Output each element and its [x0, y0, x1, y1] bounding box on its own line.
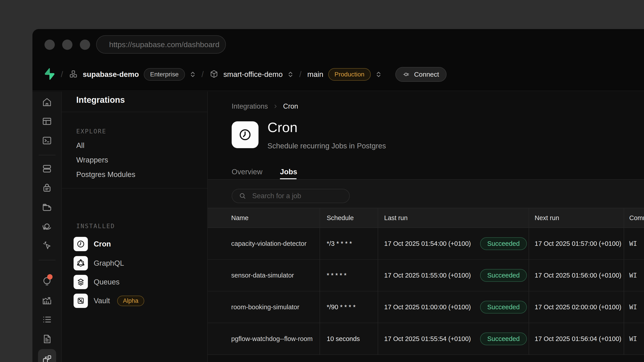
window-control-dot[interactable]: [80, 39, 90, 50]
job-schedule: */90 * * * *: [327, 291, 356, 323]
branch-name[interactable]: main: [307, 70, 323, 79]
job-name: capacity-violation-detector: [231, 228, 318, 259]
table-row[interactable]: capacity-violation-detector */3 * * * * …: [208, 228, 644, 260]
cron-app-icon: [232, 121, 258, 148]
table-editor-icon[interactable]: [42, 116, 52, 127]
column-header-command[interactable]: Command: [629, 208, 644, 228]
job-schedule: 10 seconds: [327, 323, 360, 355]
column-header-schedule[interactable]: Schedule: [327, 208, 354, 228]
breadcrumb-cron: Cron: [283, 102, 298, 110]
nav-rail: [32, 92, 62, 362]
graphql-icon: [74, 256, 88, 270]
breadcrumb: Integrations Cron: [232, 102, 298, 110]
api-docs-icon[interactable]: [42, 334, 52, 344]
column-divider: [624, 208, 624, 355]
installed-item-vault[interactable]: Vault Alpha: [74, 294, 144, 308]
tab-jobs[interactable]: Jobs: [280, 168, 297, 176]
column-divider: [378, 208, 378, 355]
panel-title: Integrations: [76, 95, 125, 105]
job-command: WI: [629, 260, 637, 291]
project-icon: [210, 69, 218, 79]
page-title: Cron: [268, 119, 298, 135]
org-name[interactable]: supabase-demo: [83, 70, 139, 79]
panel-divider: [62, 188, 207, 189]
branch-switcher-icon[interactable]: [376, 71, 382, 78]
address-bar[interactable]: https://supabase.com/dashboard: [96, 35, 226, 54]
integrations-panel: Integrations EXPLORE All Wrappers Postgr…: [62, 92, 208, 362]
project-switcher-icon[interactable]: [288, 71, 294, 78]
project-name[interactable]: smart-office-demo: [224, 70, 283, 79]
table-row[interactable]: sensor-data-simulator * * * * * 17 Oct 2…: [208, 260, 644, 291]
advisors-notification-dot: [47, 274, 52, 280]
column-header-last-run[interactable]: Last run: [384, 208, 408, 228]
job-schedule: */3 * * * *: [327, 228, 352, 259]
job-last-run: 17 Oct 2025 01:00:00 (+0100): [384, 291, 471, 323]
column-divider: [320, 208, 320, 355]
supabase-logo-icon[interactable]: [44, 68, 55, 81]
sql-editor-icon[interactable]: [42, 135, 52, 146]
search-input[interactable]: [252, 192, 337, 200]
window-control-dot[interactable]: [62, 39, 72, 50]
job-next-run: 17 Oct 2025 01:56:04 (+0100): [535, 323, 622, 355]
table-row[interactable]: pgflow-watchdog--flow-room 10 seconds 17…: [208, 323, 644, 355]
explore-item-all[interactable]: All: [76, 141, 84, 150]
logs-icon[interactable]: [42, 314, 52, 325]
table-header: Name Schedule Last run Next run Command: [208, 208, 644, 228]
tab-overview[interactable]: Overview: [232, 168, 262, 176]
job-command: WI: [629, 228, 637, 259]
status-badge: Succeeded: [480, 333, 527, 345]
connect-label: Connect: [414, 71, 439, 78]
column-header-name[interactable]: Name: [231, 208, 248, 228]
job-name: room-booking-simulator: [231, 291, 318, 323]
main-content: Integrations Cron Cron Schedule recurrin…: [208, 92, 644, 362]
job-next-run: 17 Oct 2025 01:57:00 (+0100): [535, 228, 622, 259]
job-last-run: 17 Oct 2025 01:54:00 (+0100): [384, 228, 471, 259]
breadcrumb-separator: /: [298, 70, 302, 79]
realtime-icon[interactable]: [42, 240, 52, 251]
job-name: sensor-data-simulator: [231, 260, 318, 291]
storage-icon[interactable]: [42, 202, 52, 213]
clock-icon: [74, 237, 88, 251]
rail-divider: [39, 155, 56, 155]
connect-button[interactable]: Connect: [395, 67, 447, 82]
chevron-right-icon: [273, 104, 278, 109]
organization-icon: [69, 69, 78, 79]
authentication-icon[interactable]: [42, 183, 52, 193]
breadcrumb-separator: /: [60, 70, 64, 79]
branch-env-badge: Production: [328, 68, 371, 81]
url-text: https://supabase.com/dashboard: [109, 40, 219, 49]
window-control-dot[interactable]: [44, 39, 55, 50]
rail-divider: [39, 260, 56, 260]
integrations-rail-highlight[interactable]: [38, 349, 56, 362]
column-header-next-run[interactable]: Next run: [535, 208, 559, 228]
installed-item-graphql[interactable]: GraphQL: [74, 256, 124, 270]
explore-item-postgres-modules[interactable]: Postgres Modules: [76, 170, 135, 179]
installed-section-label: INSTALLED: [76, 223, 115, 230]
integrations-icon: [42, 354, 52, 362]
breadcrumb-integrations[interactable]: Integrations: [232, 102, 268, 110]
job-command: WI: [629, 291, 637, 323]
table-row[interactable]: room-booking-simulator */90 * * * * 17 O…: [208, 291, 644, 323]
edge-functions-icon[interactable]: [42, 221, 52, 232]
browser-window: https://supabase.com/dashboard / supabas…: [32, 29, 644, 362]
page-subtitle: Schedule recurring Jobs in Postgres: [268, 142, 386, 150]
search-icon: [239, 192, 246, 200]
installed-item-queues[interactable]: Queues: [74, 275, 120, 289]
plug-icon: [403, 71, 410, 78]
installed-item-cron[interactable]: Cron: [74, 237, 111, 251]
vault-alpha-badge: Alpha: [117, 296, 144, 306]
explore-item-wrappers[interactable]: Wrappers: [76, 156, 108, 164]
layers-icon: [74, 275, 88, 289]
org-switcher-icon[interactable]: [190, 71, 196, 78]
column-divider: [528, 208, 529, 355]
vault-icon: [74, 294, 88, 308]
job-next-run: 17 Oct 2025 02:00:00 (+0100): [535, 291, 622, 323]
job-last-run: 17 Oct 2025 01:55:54 (+0100): [384, 323, 471, 355]
home-icon[interactable]: [42, 97, 52, 107]
reports-icon[interactable]: [42, 295, 52, 306]
job-next-run: 17 Oct 2025 01:56:00 (+0100): [535, 260, 622, 291]
job-schedule: * * * * *: [327, 260, 346, 291]
job-search[interactable]: [232, 189, 350, 203]
database-icon[interactable]: [42, 163, 52, 174]
job-name: pgflow-watchdog--flow-room: [231, 323, 318, 355]
